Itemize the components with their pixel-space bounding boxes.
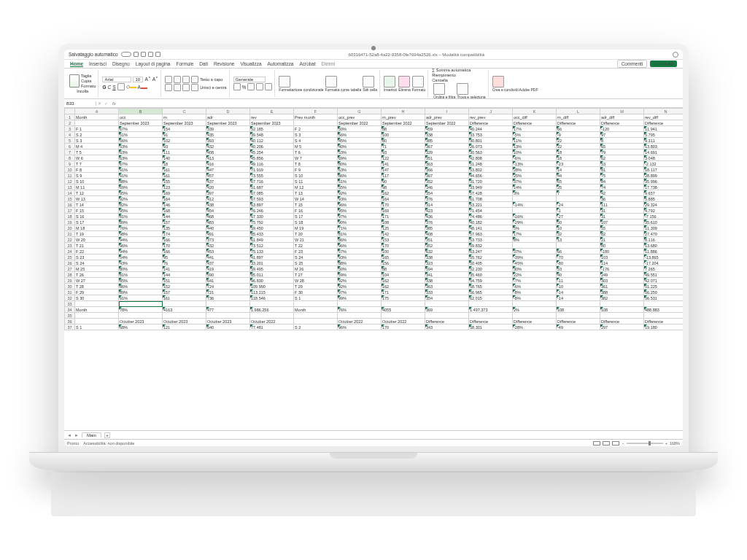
cell[interactable]: 440 xyxy=(206,225,250,231)
comma-icon[interactable] xyxy=(247,83,255,90)
cell[interactable]: 329 xyxy=(425,149,469,155)
cell[interactable] xyxy=(382,301,425,307)
fill-button[interactable]: Riempimento xyxy=(432,73,485,77)
col-header-D[interactable]: D xyxy=(206,109,250,114)
cell[interactable]: 40.112 xyxy=(250,138,294,144)
tab-data[interactable]: Dati xyxy=(199,61,208,66)
cell[interactable]: 14% xyxy=(513,184,557,190)
cell[interactable]: 144 xyxy=(163,214,206,219)
name-box[interactable]: B33 xyxy=(64,101,96,106)
comments-button[interactable]: Commenti xyxy=(617,60,648,68)
cell[interactable]: Difference xyxy=(644,319,684,324)
cell[interactable]: S 17 xyxy=(75,219,119,225)
cell[interactable]: 65 xyxy=(557,179,600,184)
cell[interactable]: 93 xyxy=(382,149,425,155)
cell[interactable]: 67.330 xyxy=(250,214,294,219)
row-header[interactable]: 23 xyxy=(65,243,75,249)
row-header[interactable]: 36 xyxy=(65,319,75,324)
sort-filter-icon[interactable] xyxy=(433,83,445,95)
increase-font-icon[interactable]: A˄ xyxy=(144,77,150,82)
number-format-select[interactable]: Generale xyxy=(233,77,266,82)
cell[interactable]: 69% xyxy=(338,155,382,161)
cell[interactable]: 53% xyxy=(119,144,163,149)
fx-icon[interactable]: fx xyxy=(109,101,119,106)
cell[interactable]: 86% xyxy=(338,173,382,179)
cell[interactable]: 4.792 xyxy=(644,208,684,214)
cell[interactable]: 118.546 xyxy=(250,295,294,301)
cell[interactable]: adr_prev xyxy=(425,114,469,120)
cell[interactable]: 95% xyxy=(119,190,163,196)
cell[interactable]: 18.117 xyxy=(644,167,684,173)
cell[interactable]: 68% xyxy=(119,324,163,330)
cell[interactable]: 86% xyxy=(338,237,382,243)
cell[interactable]: 2% xyxy=(513,307,557,313)
cell[interactable]: 76.246 xyxy=(250,208,294,214)
cell[interactable]: 50.405 xyxy=(469,260,513,266)
row-header[interactable]: 3 xyxy=(65,126,75,132)
tab-review[interactable]: Revisione xyxy=(214,61,235,66)
cell[interactable]: 153 xyxy=(382,237,425,243)
cell[interactable]: 25% xyxy=(513,173,557,179)
cell[interactable]: 30% xyxy=(513,266,557,272)
cell[interactable]: 423 xyxy=(425,208,469,214)
cell[interactable]: T 14 xyxy=(75,202,119,208)
cell[interactable]: F 30 xyxy=(294,289,338,295)
cell[interactable]: 14 xyxy=(557,167,600,173)
cell[interactable]: September 2023 xyxy=(206,120,250,126)
cell[interactable]: 98% xyxy=(119,231,163,237)
cell[interactable]: rn xyxy=(163,114,206,120)
cell[interactable]: 413 xyxy=(206,155,250,161)
cell[interactable]: 50% xyxy=(338,126,382,132)
cell[interactable]: T 13 xyxy=(294,190,338,196)
cell[interactable]: 367 xyxy=(425,173,469,179)
cell[interactable]: F 16 xyxy=(294,208,338,214)
redo-icon[interactable] xyxy=(155,52,160,57)
cell[interactable]: 18 xyxy=(557,149,600,155)
percent-icon[interactable]: % xyxy=(242,85,247,90)
cell[interactable]: 419 xyxy=(206,266,250,272)
row-header[interactable]: 32 xyxy=(65,295,75,301)
cell[interactable]: 7.265 xyxy=(644,266,684,272)
cell[interactable]: 13.680 xyxy=(644,243,684,249)
cell[interactable]: 366 xyxy=(425,167,469,173)
row-header[interactable]: 25 xyxy=(65,254,75,260)
cell[interactable]: 37% xyxy=(513,179,557,184)
cell[interactable]: 19.180 xyxy=(644,324,684,330)
cell[interactable]: 170 xyxy=(382,324,425,330)
cell[interactable]: 314 xyxy=(425,202,469,208)
cell[interactable]: 385 xyxy=(425,138,469,144)
cell[interactable]: 75.133 xyxy=(250,249,294,254)
cell[interactable]: 21 xyxy=(600,237,644,243)
cell[interactable]: 376 xyxy=(425,219,469,225)
cell[interactable]: 81 xyxy=(600,167,644,173)
cell[interactable]: 721 xyxy=(206,289,250,295)
cell[interactable]: 382 xyxy=(600,295,644,301)
cell[interactable]: M 4 xyxy=(75,144,119,149)
cell[interactable]: 488.883 xyxy=(644,307,684,313)
cell[interactable]: 57% xyxy=(338,249,382,254)
cell[interactable]: 88% xyxy=(119,179,163,184)
sheet-nav-next-icon[interactable]: ► xyxy=(74,433,79,438)
cell[interactable]: 92% xyxy=(338,284,382,289)
cell[interactable]: 483 xyxy=(206,219,250,225)
cell[interactable]: -1 xyxy=(557,208,600,214)
cell[interactable]: 17.738 xyxy=(644,184,684,190)
cell[interactable]: 55 xyxy=(600,225,644,231)
cell[interactable]: 22% xyxy=(513,272,557,278)
cell[interactable]: 44.656 xyxy=(469,173,513,179)
adobe-pdf-icon[interactable] xyxy=(492,76,504,88)
cell[interactable]: W 7 xyxy=(294,155,338,161)
spreadsheet-grid[interactable]: ABCDEFGHIJKLMN1MonthoccrnadrrevPrev mont… xyxy=(64,108,683,430)
row-header[interactable]: 11 xyxy=(65,173,75,179)
cell[interactable]: 109.990 xyxy=(250,284,294,289)
cell[interactable] xyxy=(425,301,469,307)
cell[interactable]: 641 xyxy=(206,278,250,284)
tab-draw[interactable]: Disegno xyxy=(112,61,130,66)
cell[interactable] xyxy=(75,313,119,319)
delete-cells-icon[interactable] xyxy=(398,76,410,88)
row-header[interactable]: 4 xyxy=(65,132,75,138)
cell[interactable]: 92% xyxy=(119,196,163,202)
cell[interactable]: -8% xyxy=(513,295,557,301)
cell[interactable]: 13% xyxy=(513,144,557,149)
cell[interactable]: 8% xyxy=(513,237,557,243)
